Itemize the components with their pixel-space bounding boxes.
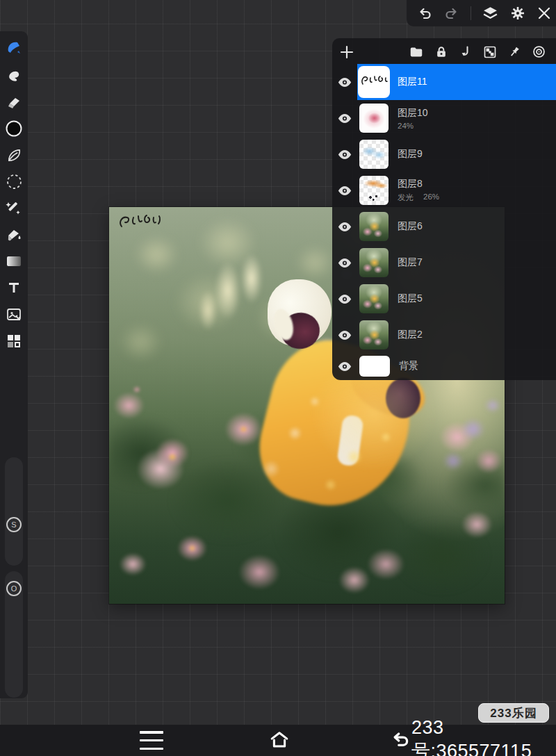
layer-row-body[interactable]: 图层5 bbox=[357, 281, 556, 317]
layer-meta: 图层5 bbox=[398, 293, 423, 305]
layer-row-body[interactable]: 图层9 bbox=[357, 136, 556, 172]
layer-meta: 图层7 bbox=[398, 256, 423, 269]
layer-visibility-eye-icon[interactable] bbox=[332, 294, 357, 304]
layer-visibility-eye-icon[interactable] bbox=[332, 330, 357, 340]
layer-name: 图层10 bbox=[398, 107, 428, 120]
layer-name: 图层8 bbox=[398, 178, 439, 190]
color-swatch-icon[interactable] bbox=[0, 115, 28, 142]
brush-size-handle[interactable]: S bbox=[6, 517, 22, 532]
brush-opacity-handle[interactable]: O bbox=[6, 581, 22, 596]
layer-meta: 图层9 bbox=[398, 148, 423, 161]
layer-thumbnail bbox=[359, 284, 389, 313]
layer-thumbnail bbox=[359, 140, 389, 169]
layer-row-body[interactable]: 图层10 24% bbox=[357, 100, 556, 136]
layer-name: 背景 bbox=[399, 360, 418, 372]
tool-strip: S O bbox=[0, 31, 28, 698]
transform-grid-icon[interactable] bbox=[483, 45, 497, 59]
import-image-icon[interactable] bbox=[0, 302, 28, 328]
fill-bucket-icon[interactable] bbox=[0, 222, 28, 248]
menu-hamburger-icon[interactable] bbox=[140, 731, 163, 750]
layer-row-7[interactable]: 图层7 bbox=[332, 245, 556, 281]
brush-size-slider[interactable] bbox=[5, 457, 23, 566]
layer-visibility-eye-icon[interactable] bbox=[332, 113, 357, 124]
layer-row-5[interactable]: 图层5 bbox=[332, 281, 556, 317]
layer-visibility-eye-icon[interactable] bbox=[332, 77, 357, 88]
layer-meta: 图层6 bbox=[398, 220, 423, 233]
layer-row-body[interactable]: 图层2 bbox=[357, 317, 556, 353]
layer-row-10[interactable]: 图层10 24% bbox=[332, 100, 556, 136]
eraser-icon[interactable] bbox=[0, 89, 28, 115]
layer-row-body[interactable]: 图层6 bbox=[357, 208, 556, 245]
watermark-id-text: 233号:365577115 bbox=[411, 717, 556, 756]
layer-thumbnail bbox=[359, 248, 389, 277]
layer-meta: 背景 bbox=[399, 360, 418, 372]
watermark-row: 233号:365577115 bbox=[389, 725, 556, 756]
bottom-navigation-bar: 233号:365577115 bbox=[0, 725, 556, 756]
materials-grid-icon[interactable] bbox=[0, 328, 28, 354]
layer-visibility-eye-icon[interactable] bbox=[332, 149, 357, 160]
size-handle-label: S bbox=[11, 520, 16, 529]
layer-opacity: 24% bbox=[398, 122, 414, 130]
layers-icon[interactable] bbox=[482, 5, 499, 22]
opacity-handle-label: O bbox=[11, 584, 17, 593]
layer-row-body[interactable]: 图层8 发光 26% bbox=[357, 172, 556, 208]
layer-blend-mode: 发光 bbox=[398, 192, 414, 203]
layer-thumbnail bbox=[359, 176, 389, 205]
layers-panel-header bbox=[332, 38, 556, 64]
lock-icon[interactable] bbox=[434, 45, 448, 59]
import-down-icon[interactable] bbox=[459, 45, 473, 59]
layer-row-body[interactable]: 背景 bbox=[357, 353, 556, 379]
redo-icon[interactable] bbox=[443, 5, 460, 22]
layer-name: 图层5 bbox=[398, 293, 423, 305]
layer-meta: 图层8 发光 26% bbox=[398, 178, 439, 203]
layer-visibility-eye-icon[interactable] bbox=[332, 222, 357, 232]
layer-thumbnail bbox=[359, 67, 389, 97]
layer-name: 图层9 bbox=[398, 148, 423, 161]
target-rings-icon[interactable] bbox=[532, 44, 546, 59]
layer-row-11[interactable]: 图层11 bbox=[332, 64, 556, 100]
layer-row-2[interactable]: 图层2 bbox=[332, 317, 556, 353]
pin-icon[interactable] bbox=[507, 45, 521, 59]
layer-row-body[interactable]: 图层7 bbox=[357, 245, 556, 281]
artist-signature bbox=[115, 211, 193, 235]
layer-meta: 图层10 24% bbox=[398, 107, 428, 130]
layers-panel: 图层11 图层10 24% 图层9 bbox=[332, 38, 556, 380]
layer-row-8[interactable]: 图层8 发光 26% bbox=[332, 172, 556, 208]
leaf-brush-icon[interactable] bbox=[0, 142, 28, 168]
close-icon[interactable] bbox=[537, 6, 552, 21]
layer-meta: 图层2 bbox=[398, 329, 423, 341]
text-tool-icon[interactable] bbox=[0, 274, 28, 301]
layer-visibility-eye-icon[interactable] bbox=[332, 186, 357, 196]
layer-row-background[interactable]: 背景 bbox=[332, 353, 556, 379]
layer-thumbnail bbox=[359, 104, 389, 133]
magic-wand-icon[interactable] bbox=[0, 195, 28, 222]
home-icon[interactable] bbox=[268, 730, 291, 750]
gradient-icon[interactable] bbox=[0, 248, 28, 274]
layer-visibility-eye-icon[interactable] bbox=[332, 361, 357, 372]
topbar-divider bbox=[471, 6, 471, 20]
paint-brush-icon[interactable] bbox=[0, 35, 28, 61]
layer-opacity: 26% bbox=[423, 192, 439, 203]
layer-name: 图层2 bbox=[398, 329, 423, 341]
layer-row-9[interactable]: 图层9 bbox=[332, 136, 556, 172]
layer-thumbnail bbox=[359, 320, 389, 350]
smudge-icon[interactable] bbox=[0, 62, 28, 88]
layer-name: 图层7 bbox=[398, 256, 423, 269]
back-arrow-icon[interactable] bbox=[389, 730, 410, 751]
folder-icon[interactable] bbox=[409, 44, 424, 60]
layer-thumbnail bbox=[359, 212, 389, 241]
undo-icon[interactable] bbox=[416, 5, 433, 22]
layer-list: 图层11 图层10 24% 图层9 bbox=[332, 64, 556, 380]
settings-gear-icon[interactable] bbox=[509, 5, 526, 22]
lasso-select-icon[interactable] bbox=[0, 168, 28, 195]
layer-name: 图层11 bbox=[398, 76, 427, 88]
top-action-bar bbox=[407, 0, 556, 26]
layer-meta: 图层11 bbox=[398, 76, 427, 88]
layer-visibility-eye-icon[interactable] bbox=[332, 258, 357, 268]
layer-row-6[interactable]: 图层6 bbox=[332, 208, 556, 245]
layer-thumbnail bbox=[359, 356, 390, 377]
layer-row-body[interactable]: 图层11 bbox=[357, 64, 556, 100]
layer-name: 图层6 bbox=[398, 220, 423, 233]
add-layer-icon[interactable] bbox=[339, 44, 354, 60]
